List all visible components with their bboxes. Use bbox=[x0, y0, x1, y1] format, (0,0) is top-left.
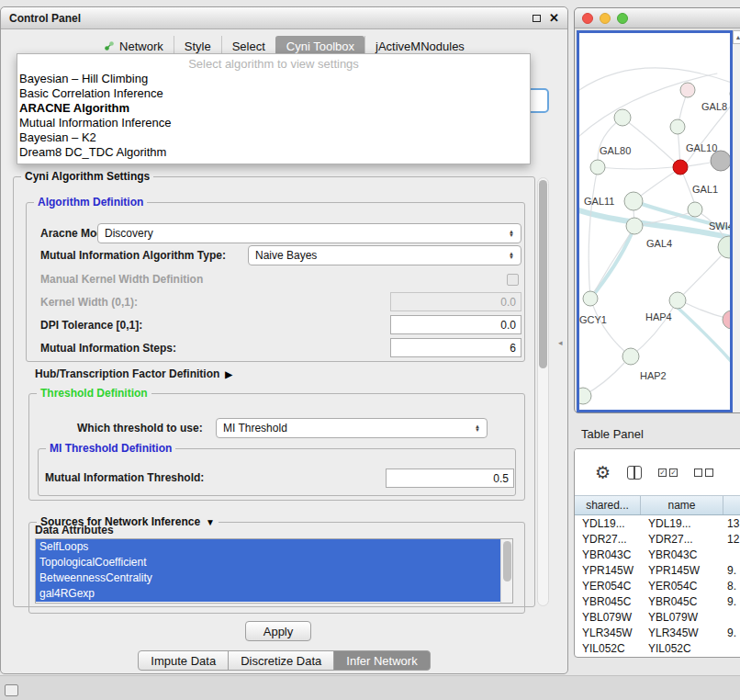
unchecked-boxes-icon[interactable] bbox=[694, 469, 713, 477]
network-canvas[interactable]: GAL8GAL80GAL10GAL11GAL1SWI4GAL4GCY1HAP4Y… bbox=[577, 30, 733, 412]
panel-scrollbar-thumb[interactable] bbox=[539, 180, 547, 368]
mi-type-select[interactable]: Naive Bayes ▲▼ bbox=[248, 245, 521, 265]
network-node[interactable] bbox=[670, 119, 685, 134]
data-attribute-item[interactable]: SelfLoops bbox=[36, 539, 500, 555]
network-node[interactable] bbox=[626, 218, 643, 234]
algorithm-popup-list: Bayesian – Hill ClimbingBasic Correlatio… bbox=[17, 72, 530, 160]
table-row[interactable]: YER054CYER054C8. bbox=[575, 578, 740, 593]
list-scrollbar-thumb[interactable] bbox=[503, 541, 511, 581]
dpi-tolerance-field[interactable] bbox=[390, 315, 521, 334]
network-node[interactable] bbox=[614, 109, 631, 126]
cyni-settings-legend: Cyni Algorithm Settings bbox=[21, 170, 153, 183]
table-cell: YBR043C bbox=[575, 548, 641, 561]
algorithm-popup-item[interactable]: Bayesian – K2 bbox=[17, 130, 530, 145]
algorithm-popup-item[interactable]: Dream8 DC_TDC Algorithm bbox=[17, 145, 530, 160]
network-window: GAL8GAL80GAL10GAL11GAL1SWI4GAL4GCY1HAP4Y… bbox=[574, 7, 740, 413]
mi-threshold-legend: MI Threshold Definition bbox=[46, 442, 175, 455]
network-node-label: GAL10 bbox=[686, 142, 717, 153]
algorithm-popup-item[interactable]: Bayesian – Hill Climbing bbox=[17, 72, 530, 86]
network-titlebar[interactable] bbox=[575, 8, 740, 28]
network-node[interactable] bbox=[669, 292, 686, 309]
algorithm-popup-item[interactable]: Basic Correlation Inference bbox=[17, 86, 530, 101]
panel-dock-icon[interactable] bbox=[5, 684, 18, 696]
network-node[interactable] bbox=[680, 83, 695, 97]
table-row[interactable]: YPR145WYPR145W9. bbox=[575, 562, 740, 578]
network-node[interactable] bbox=[718, 236, 730, 258]
control-panel-titlebar[interactable]: Control Panel ✕ bbox=[1, 7, 567, 29]
minimize-icon[interactable] bbox=[533, 15, 541, 22]
panel-scrollbar[interactable] bbox=[537, 177, 549, 606]
table-cell: YIL052C bbox=[575, 642, 641, 655]
mi-type-label: Mutual Information Algorithm Type: bbox=[40, 249, 226, 262]
network-node-label: GAL4 bbox=[646, 238, 672, 249]
apply-button[interactable]: Apply bbox=[245, 621, 311, 641]
network-node[interactable] bbox=[624, 192, 643, 210]
aracne-mode-select[interactable]: Discovery ▲▼ bbox=[97, 223, 521, 243]
table-row[interactable]: YDL19...YDL19...13 bbox=[575, 515, 740, 531]
columns-icon[interactable] bbox=[627, 466, 642, 480]
table-cell: 12 bbox=[723, 533, 740, 546]
table-panel-title: Table Panel bbox=[581, 427, 644, 441]
bottom-tab-infer-network[interactable]: Infer Network bbox=[333, 650, 430, 671]
table-cell: 9. bbox=[723, 595, 740, 608]
mi-threshold-field[interactable] bbox=[386, 469, 514, 488]
expanded-arrow-icon: ▼ bbox=[206, 517, 215, 527]
minimize-traffic-light-icon[interactable] bbox=[600, 13, 611, 24]
which-threshold-select[interactable]: MI Threshold ▲▼ bbox=[216, 418, 488, 438]
zoom-traffic-light-icon[interactable] bbox=[617, 13, 628, 24]
close-traffic-light-icon[interactable] bbox=[582, 13, 593, 24]
table-row[interactable]: YIL052CYIL052C bbox=[575, 640, 740, 656]
table-row[interactable]: YDR27...YDR27...12 bbox=[575, 531, 740, 547]
network-scrollbar[interactable]: ▲ bbox=[733, 30, 740, 412]
close-icon[interactable]: ✕ bbox=[549, 12, 559, 24]
list-scrollbar[interactable] bbox=[500, 539, 512, 603]
manual-kernel-checkbox[interactable] bbox=[507, 274, 519, 286]
network-node[interactable] bbox=[723, 310, 730, 329]
table-header: shared...name bbox=[575, 495, 740, 515]
network-edge bbox=[579, 68, 730, 90]
table-row[interactable]: YBR045CYBR045C9. bbox=[575, 593, 740, 609]
splitpane-collapse-icon[interactable]: ◂ bbox=[558, 338, 563, 347]
data-attribute-item[interactable]: BetweennessCentrality bbox=[36, 570, 500, 586]
network-node[interactable] bbox=[688, 202, 702, 217]
table-cell: YIL052C bbox=[641, 642, 723, 655]
hub-section-toggle[interactable]: Hub/Transcription Factor Definition▶ bbox=[35, 367, 232, 380]
table-cell: YDL19... bbox=[641, 517, 723, 530]
kernel-width-field[interactable] bbox=[390, 292, 521, 311]
bottom-tab-discretize-data[interactable]: Discretize Data bbox=[228, 650, 334, 671]
table-panel-window: ⚙ shared...name YDL19...YDL19...13YDR27.… bbox=[574, 448, 740, 658]
data-attribute-item[interactable]: TopologicalCoefficient bbox=[36, 555, 500, 570]
table-row[interactable]: YLR345WYLR345W9. bbox=[575, 625, 740, 640]
network-node[interactable] bbox=[583, 291, 598, 306]
algorithm-popup-item[interactable]: ARACNE Algorithm bbox=[17, 101, 530, 116]
tab-label: jActiveMNodules bbox=[376, 40, 465, 53]
table-cell: YBR045C bbox=[641, 595, 723, 608]
table-cell: YLR345W bbox=[641, 627, 723, 639]
table-column-header[interactable]: name bbox=[641, 496, 723, 514]
network-node[interactable] bbox=[673, 160, 688, 175]
mi-steps-field[interactable] bbox=[390, 338, 521, 357]
tab-label: Style bbox=[185, 40, 211, 53]
data-attribute-item[interactable]: gal4RGexp bbox=[36, 586, 500, 602]
table-row[interactable]: YBL079WYBL079W bbox=[575, 609, 740, 625]
network-node[interactable] bbox=[622, 348, 639, 365]
table-column-header[interactable]: shared... bbox=[575, 496, 641, 514]
combo-arrows-icon: ▲▼ bbox=[509, 230, 514, 238]
network-node[interactable] bbox=[579, 388, 591, 404]
hub-section-label: Hub/Transcription Factor Definition bbox=[35, 367, 219, 380]
algorithm-popup-item[interactable]: Mutual Information Inference bbox=[17, 116, 530, 130]
network-node[interactable] bbox=[590, 160, 605, 175]
network-edge bbox=[579, 73, 717, 136]
network-node[interactable] bbox=[711, 151, 730, 171]
table-column-header[interactable] bbox=[723, 496, 740, 514]
checked-boxes-icon[interactable] bbox=[658, 469, 678, 477]
network-node-label: SWI4 bbox=[709, 220, 730, 231]
table-row[interactable]: YBR043CYBR043C bbox=[575, 547, 740, 562]
scroll-up-icon[interactable]: ▲ bbox=[733, 30, 740, 44]
table-cell: 9. bbox=[723, 564, 740, 577]
table-cell: YDL19... bbox=[575, 517, 641, 530]
gear-icon[interactable]: ⚙ bbox=[595, 464, 611, 481]
data-attributes-listbox[interactable]: SelfLoopsTopologicalCoefficientBetweenne… bbox=[35, 538, 513, 604]
network-node-label: GCY1 bbox=[579, 314, 607, 325]
bottom-tab-impute-data[interactable]: Impute Data bbox=[138, 650, 229, 671]
